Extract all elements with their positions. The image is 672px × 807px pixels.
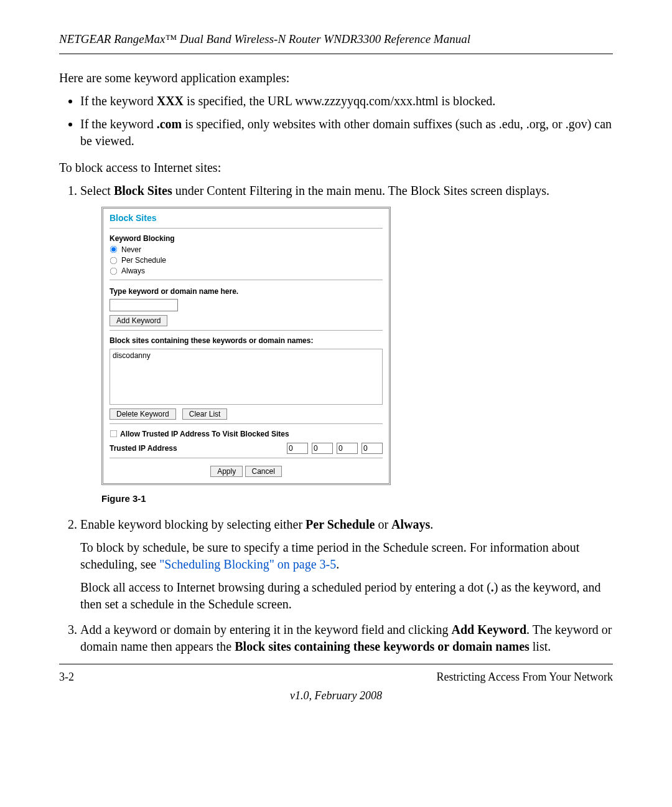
trusted-ip-octet-4[interactable] bbox=[362, 443, 383, 454]
panel-sep-3 bbox=[110, 330, 383, 331]
trusted-ip-label: Trusted IP Address bbox=[110, 443, 177, 453]
step1-pre: Select bbox=[80, 184, 114, 197]
footer-section: Restricting Access From Your Network bbox=[437, 669, 613, 684]
bullet2-pre: If the keyword bbox=[80, 117, 157, 131]
clear-list-button[interactable]: Clear List bbox=[182, 408, 228, 420]
trusted-ip-octet-3[interactable] bbox=[337, 443, 358, 454]
delete-keyword-button[interactable]: Delete Keyword bbox=[110, 408, 176, 420]
bullet-1: If the keyword XXX is specified, the URL… bbox=[80, 93, 613, 110]
radio-perschedule[interactable] bbox=[110, 257, 118, 264]
panel-title: Block Sites bbox=[110, 212, 383, 224]
step2-l1-post: . bbox=[430, 517, 433, 531]
step-3: Add a keyword or domain by entering it i… bbox=[80, 621, 613, 655]
manual-header: NETGEAR RangeMax™ Dual Band Wireless-N R… bbox=[59, 31, 613, 47]
keyword-list[interactable]: discodanny bbox=[110, 349, 383, 405]
blocklist-label: Block sites containing these keywords or… bbox=[110, 336, 383, 346]
radio-never-label: Never bbox=[121, 245, 141, 255]
step2-p2-post: . bbox=[336, 557, 339, 571]
trusted-ip-octet-2[interactable] bbox=[312, 443, 333, 454]
step-1: Select Block Sites under Content Filteri… bbox=[80, 182, 613, 505]
figure-wrap: Block Sites Keyword Blocking Never Per S… bbox=[101, 207, 613, 505]
bullet-2: If the keyword .com is specified, only w… bbox=[80, 116, 613, 149]
step2-p3-pre: Block all access to Internet browsing du… bbox=[80, 580, 491, 594]
step3-b2: Block sites containing these keywords or… bbox=[235, 639, 530, 653]
step2-l1-pre: Enable keyword blocking by selecting eit… bbox=[80, 517, 306, 531]
trusted-ip-octet-1[interactable] bbox=[287, 443, 308, 454]
step1-post: under Content Filtering in the main menu… bbox=[172, 184, 549, 197]
step3-b1: Add Keyword bbox=[452, 623, 527, 636]
radio-perschedule-row: Per Schedule bbox=[110, 255, 383, 265]
radio-perschedule-label: Per Schedule bbox=[121, 255, 166, 265]
radio-always[interactable] bbox=[110, 267, 118, 275]
step2-l1-b2: Always bbox=[391, 517, 430, 531]
allow-trusted-label: Allow Trusted IP Address To Visit Blocke… bbox=[120, 429, 289, 439]
step3-pre: Add a keyword or domain by entering it i… bbox=[80, 623, 452, 636]
panel-sep-4 bbox=[110, 423, 383, 424]
radio-always-row: Always bbox=[110, 266, 383, 276]
footer-row: 3-2 Restricting Access From Your Network bbox=[59, 669, 613, 684]
footer-rule bbox=[59, 664, 613, 664]
type-keyword-label: Type keyword or domain name here. bbox=[110, 286, 383, 296]
bullet1-post: is specified, the URL www.zzzyyqq.com/xx… bbox=[184, 94, 495, 108]
step2-l1-b1: Per Schedule bbox=[306, 517, 375, 531]
radio-always-label: Always bbox=[121, 266, 145, 276]
step1-bold: Block Sites bbox=[114, 184, 172, 197]
example-bullets: If the keyword XXX is specified, the URL… bbox=[59, 93, 613, 149]
footer-version: v1.0, February 2008 bbox=[59, 688, 613, 703]
figure-caption: Figure 3-1 bbox=[101, 493, 613, 505]
keyword-list-item[interactable]: discodanny bbox=[113, 351, 380, 361]
keyword-blocking-heading: Keyword Blocking bbox=[110, 234, 383, 243]
allow-trusted-checkbox[interactable] bbox=[110, 430, 118, 438]
add-keyword-button[interactable]: Add Keyword bbox=[110, 315, 167, 326]
steps-list: Select Block Sites under Content Filteri… bbox=[59, 182, 613, 655]
intro-text: Here are some keyword application exampl… bbox=[59, 70, 613, 87]
step3-post: list. bbox=[530, 639, 551, 653]
toblock-text: To block access to Internet sites: bbox=[59, 159, 613, 176]
step-2: Enable keyword blocking by selecting eit… bbox=[80, 516, 613, 613]
radio-never-row: Never bbox=[110, 245, 383, 255]
panel-sep-1 bbox=[110, 228, 383, 229]
panel-sep-5 bbox=[110, 458, 383, 458]
cancel-button[interactable]: Cancel bbox=[245, 466, 282, 477]
keyword-input[interactable] bbox=[110, 299, 178, 311]
step2-l1-mid: or bbox=[375, 517, 391, 531]
page-number: 3-2 bbox=[59, 669, 74, 684]
bullet1-pre: If the keyword bbox=[80, 94, 157, 108]
apply-button[interactable]: Apply bbox=[210, 466, 243, 477]
blocksites-panel: Block Sites Keyword Blocking Never Per S… bbox=[103, 208, 390, 484]
bullet2-bold: .com bbox=[157, 117, 182, 131]
radio-never[interactable] bbox=[110, 246, 118, 253]
scheduling-blocking-link[interactable]: "Scheduling Blocking" on page 3-5 bbox=[159, 557, 336, 571]
panel-sep-2 bbox=[110, 280, 383, 280]
bullet1-bold: XXX bbox=[157, 94, 184, 108]
blocksites-panel-outer: Block Sites Keyword Blocking Never Per S… bbox=[101, 207, 391, 485]
header-rule bbox=[59, 54, 613, 54]
